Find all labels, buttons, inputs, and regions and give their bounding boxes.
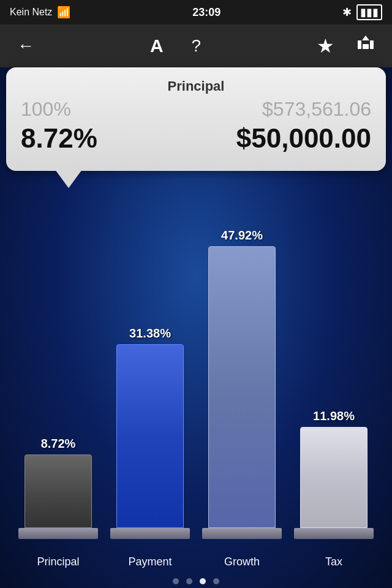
carrier-label: Kein Netz [10, 7, 52, 18]
status-right: ✱ ▮▮▮ [342, 4, 382, 20]
dot-2[interactable] [200, 578, 206, 584]
bar-label-top-principal: 8.72% [41, 437, 76, 451]
bar-growth [208, 246, 276, 528]
time-label: 23:09 [192, 6, 221, 19]
bar-group-principal: 8.72% [12, 437, 104, 539]
bar-group-growth: 47.92% [196, 228, 288, 539]
card-percent-small: 100% [21, 98, 71, 121]
bar-bottom-label-principal: Principal [12, 556, 104, 568]
bluetooth-icon: ✱ [342, 6, 352, 19]
card-percent-large: 8.72% [21, 123, 97, 154]
bar-base-growth [202, 528, 282, 539]
card-title: Principal [21, 78, 371, 94]
nav-bar: ← A ? ★ [0, 24, 392, 67]
bar-bottom-label-payment: Payment [104, 556, 196, 568]
nav-center: A ? [145, 31, 206, 61]
help-button[interactable]: ? [187, 31, 206, 61]
bar-group-tax: 11.98% [288, 409, 380, 539]
dot-0[interactable] [173, 578, 179, 584]
svg-rect-1 [370, 40, 374, 49]
svg-marker-3 [362, 36, 369, 40]
bar-label-top-payment: 31.38% [129, 326, 171, 341]
bar-label-top-growth: 47.92% [221, 228, 263, 243]
battery-icon: ▮▮▮ [356, 4, 382, 20]
card-row-small: 100% $573,561.06 [21, 98, 371, 121]
share-button[interactable] [352, 29, 380, 62]
bar-base-tax [294, 528, 374, 539]
bar-bottom-label-tax: Tax [288, 556, 380, 568]
bar-labels: Principal Payment Growth Tax [0, 556, 392, 568]
bar-base-principal [18, 528, 98, 539]
font-button[interactable]: A [145, 31, 168, 61]
status-left: Kein Netz 📶 [10, 6, 70, 19]
bar-payment [116, 344, 184, 528]
bar-tax [300, 427, 368, 528]
tooltip-card: Principal 100% $573,561.06 8.72% $50,000… [6, 67, 386, 171]
page-dots [0, 578, 392, 584]
card-value-small: $573,561.06 [262, 98, 371, 121]
status-bar: Kein Netz 📶 23:09 ✱ ▮▮▮ [0, 0, 392, 24]
nav-right: ★ [312, 29, 380, 62]
back-button[interactable]: ← [12, 31, 39, 61]
bar-group-payment: 31.38% [104, 326, 196, 539]
dot-3[interactable] [213, 578, 219, 584]
svg-rect-2 [363, 44, 369, 49]
bar-label-top-tax: 11.98% [313, 409, 355, 423]
bars-container: 8.72% 31.38% 47.92% 11.98% [0, 202, 392, 539]
bar-base-payment [110, 528, 190, 539]
svg-rect-0 [358, 40, 361, 49]
favorite-button[interactable]: ★ [312, 29, 339, 62]
bar-principal [24, 454, 92, 528]
wifi-icon: 📶 [57, 6, 70, 19]
bar-bottom-label-growth: Growth [196, 556, 288, 568]
card-row-large: 8.72% $50,000.00 [21, 123, 371, 154]
card-value-large: $50,000.00 [236, 123, 371, 154]
dot-1[interactable] [186, 578, 192, 584]
